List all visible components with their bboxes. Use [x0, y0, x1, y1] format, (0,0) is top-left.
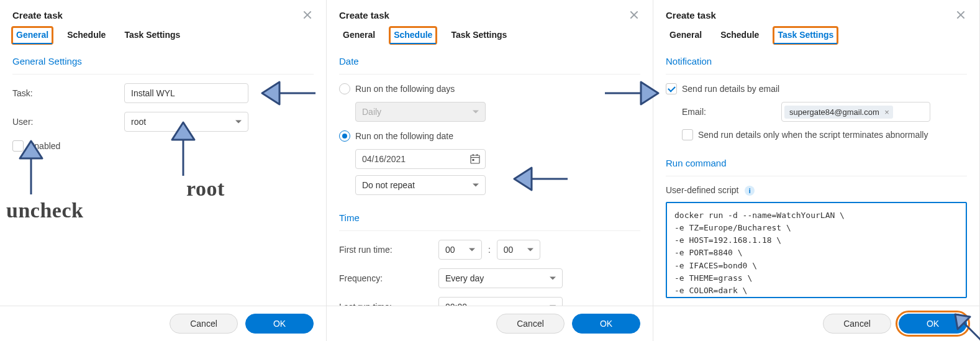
- first-hour-value: 00: [445, 245, 455, 255]
- panel-task-settings: Create task General Schedule Task Settin…: [653, 0, 980, 341]
- dialog-title: Create task: [339, 10, 389, 20]
- ok-button[interactable]: OK: [572, 314, 640, 334]
- section-date: Date: [339, 50, 640, 75]
- titlebar: Create task: [0, 0, 326, 27]
- close-icon[interactable]: [301, 9, 314, 21]
- frequency-label: Frequency:: [339, 273, 432, 283]
- first-min-select[interactable]: 00: [497, 240, 540, 260]
- user-label: User:: [12, 117, 118, 127]
- script-textarea[interactable]: [666, 202, 967, 298]
- ok-button[interactable]: OK: [245, 314, 314, 334]
- tab-task-settings[interactable]: Task Settings: [447, 27, 510, 43]
- dialog-title: Create task: [666, 10, 716, 20]
- svg-rect-2: [473, 154, 474, 156]
- chevron-down-icon: [527, 248, 533, 252]
- tab-task-settings[interactable]: Task Settings: [774, 27, 837, 43]
- send-email-checkbox[interactable]: [666, 83, 677, 94]
- radio-run-date-label: Run on the following date: [355, 131, 453, 141]
- cancel-button[interactable]: Cancel: [496, 314, 565, 334]
- repeat-select-value: Do not repeat: [362, 180, 415, 190]
- close-icon[interactable]: [955, 9, 967, 21]
- task-name-input[interactable]: [124, 83, 248, 103]
- first-run-label: First run time:: [339, 245, 432, 255]
- titlebar: Create task: [327, 0, 653, 27]
- tab-schedule[interactable]: Schedule: [63, 27, 109, 43]
- panel-general: Create task General Schedule Task Settin…: [0, 0, 327, 341]
- enabled-checkbox[interactable]: [12, 140, 24, 152]
- ok-button[interactable]: OK: [899, 314, 967, 334]
- panel-schedule: Create task General Schedule Task Settin…: [327, 0, 653, 341]
- task-label: Task:: [12, 88, 118, 98]
- time-colon: :: [488, 245, 491, 255]
- repeat-select[interactable]: Do not repeat: [355, 175, 486, 195]
- tab-schedule[interactable]: Schedule: [390, 27, 436, 43]
- send-email-label: Send run details by email: [682, 84, 779, 94]
- chevron-down-icon: [469, 248, 475, 252]
- tab-general[interactable]: General: [666, 27, 706, 43]
- frequency-value: Every day: [445, 273, 484, 283]
- radio-run-days-label: Run on the following days: [355, 84, 455, 94]
- tab-task-settings[interactable]: Task Settings: [120, 27, 184, 43]
- info-icon[interactable]: i: [745, 186, 755, 196]
- abnormal-only-checkbox[interactable]: [682, 129, 693, 140]
- tabs: General Schedule Task Settings: [653, 27, 979, 50]
- tab-general[interactable]: General: [339, 27, 379, 43]
- tabs: General Schedule Task Settings: [0, 27, 326, 50]
- email-value: supergate84@gmail.com: [789, 107, 879, 117]
- chevron-down-icon: [473, 111, 479, 114]
- date-input[interactable]: 04/16/2021: [355, 149, 486, 169]
- chevron-down-icon: [235, 120, 242, 124]
- radio-run-date[interactable]: [339, 130, 350, 142]
- section-general-settings: General Settings: [12, 50, 314, 75]
- email-chip: supergate84@gmail.com ×: [784, 106, 893, 119]
- tab-general[interactable]: General: [12, 27, 52, 43]
- close-icon[interactable]: [628, 9, 640, 21]
- cancel-button[interactable]: Cancel: [823, 314, 891, 334]
- tab-schedule[interactable]: Schedule: [717, 27, 763, 43]
- user-select-value: root: [131, 117, 146, 127]
- first-hour-select[interactable]: 00: [438, 240, 482, 260]
- section-time: Time: [339, 206, 640, 231]
- chevron-down-icon: [473, 184, 479, 187]
- section-run-command: Run command: [666, 152, 967, 176]
- tabs: General Schedule Task Settings: [327, 27, 653, 50]
- enabled-label: Enabled: [29, 141, 60, 151]
- remove-chip-icon[interactable]: ×: [884, 108, 889, 116]
- cancel-button[interactable]: Cancel: [170, 314, 238, 334]
- email-field[interactable]: supergate84@gmail.com ×: [781, 102, 930, 122]
- first-min-value: 00: [504, 245, 514, 255]
- svg-rect-3: [477, 154, 478, 156]
- email-label: Email:: [682, 107, 775, 117]
- user-script-label: User-defined script: [666, 185, 739, 195]
- days-select-value: Daily: [362, 107, 381, 117]
- dialog-title: Create task: [12, 10, 63, 20]
- svg-rect-4: [473, 159, 474, 161]
- abnormal-only-label: Send run details only when the script te…: [698, 130, 928, 140]
- chevron-down-icon: [550, 277, 556, 280]
- date-value: 04/16/2021: [362, 154, 406, 164]
- frequency-select[interactable]: Every day: [438, 268, 563, 288]
- user-select[interactable]: root: [124, 112, 248, 132]
- last-run-select[interactable]: 00:00: [438, 297, 563, 306]
- svg-rect-0: [471, 155, 479, 163]
- days-select: Daily: [355, 102, 486, 122]
- radio-run-days[interactable]: [339, 83, 350, 94]
- section-notification: Notification: [666, 50, 967, 75]
- titlebar: Create task: [653, 0, 979, 27]
- calendar-icon: [470, 154, 480, 164]
